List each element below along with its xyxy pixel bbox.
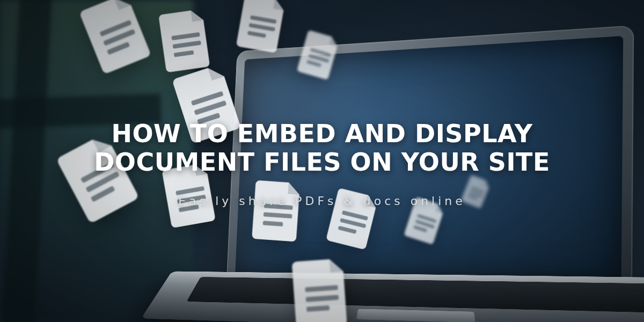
hero-subtitle: Easily share PDFs & docs online	[178, 194, 466, 208]
hero-overlay: HOW TO EMBED AND DISPLAY DOCUMENT FILES …	[0, 0, 644, 322]
hero-title: HOW TO EMBED AND DISPLAY DOCUMENT FILES …	[75, 120, 569, 176]
